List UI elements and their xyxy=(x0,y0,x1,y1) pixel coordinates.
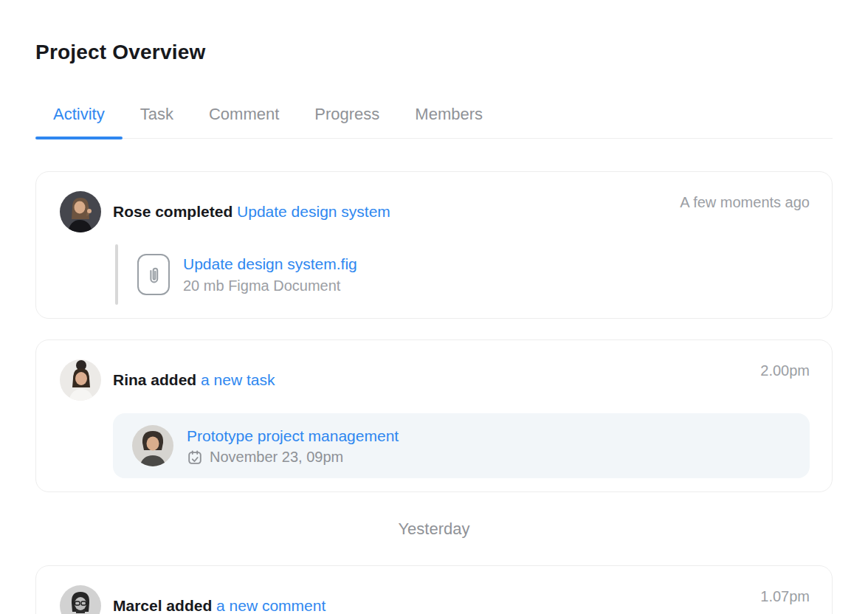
file-meta: 20 mb Figma Document xyxy=(183,275,357,296)
activity-card-header: Rose completed Update design system A fe… xyxy=(36,172,832,232)
avatar-rina-image xyxy=(60,359,101,401)
task-due-text: November 23, 09pm xyxy=(210,449,343,466)
avatar-assignee-image xyxy=(132,425,173,466)
activity-card-header: Rina added a new task 2.00pm xyxy=(36,340,832,401)
avatar-marcel[interactable] xyxy=(60,585,101,614)
avatar-rina[interactable] xyxy=(60,359,101,401)
actor-text: Rina added xyxy=(113,371,196,388)
avatar-task-assignee xyxy=(132,425,173,466)
activity-link-new-task[interactable]: a new task xyxy=(201,371,275,388)
activity-card-rina: Rina added a new task 2.00pm Prototype p… xyxy=(35,339,833,492)
task-item[interactable]: Prototype project management November 23… xyxy=(113,413,810,478)
tab-activity[interactable]: Activity xyxy=(35,103,123,138)
activity-headline: Rina added a new task xyxy=(113,371,275,389)
calendar-check-icon xyxy=(187,449,203,466)
task-due-row: November 23, 09pm xyxy=(187,449,399,466)
day-divider: Yesterday xyxy=(35,519,833,539)
avatar-rose[interactable] xyxy=(60,191,101,232)
timestamp: 2.00pm xyxy=(760,362,810,379)
avatar-marcel-image xyxy=(60,585,101,614)
main-content: Project Overview Activity Task Comment P… xyxy=(35,0,833,614)
attachment-row[interactable]: Update design system.fig 20 mb Figma Doc… xyxy=(115,244,810,318)
file-badge xyxy=(137,254,170,295)
tab-comment[interactable]: Comment xyxy=(191,103,297,138)
tab-bar: Activity Task Comment Progress Members xyxy=(35,103,833,139)
activity-headline: Rose completed Update design system xyxy=(113,203,390,221)
tab-progress[interactable]: Progress xyxy=(297,103,397,138)
project-overview-page: { "page": { "title": "Project Overview" … xyxy=(0,0,868,614)
task-info: Prototype project management November 23… xyxy=(187,426,399,466)
timestamp: 1.07pm xyxy=(760,588,810,605)
task-title-link[interactable]: Prototype project management xyxy=(187,426,399,446)
activity-headline: Marcel added a new comment xyxy=(113,597,326,614)
paperclip-icon xyxy=(145,265,162,284)
tab-task[interactable]: Task xyxy=(123,103,191,138)
activity-card-marcel: Marcel added a new comment 1.07pm xyxy=(35,565,833,614)
page-title: Project Overview xyxy=(35,40,833,65)
actor-text: Rose completed xyxy=(113,203,232,220)
thread-bar xyxy=(115,244,118,305)
actor-text: Marcel added xyxy=(113,597,212,614)
file-title-link[interactable]: Update design system.fig xyxy=(183,253,357,275)
activity-card-header: Marcel added a new comment 1.07pm xyxy=(36,566,832,614)
file-info: Update design system.fig 20 mb Figma Doc… xyxy=(183,253,357,296)
activity-link-new-comment[interactable]: a new comment xyxy=(216,597,326,614)
avatar-rose-image xyxy=(60,191,101,232)
activity-link-update-design-system[interactable]: Update design system xyxy=(237,203,390,220)
activity-card-rose: Rose completed Update design system A fe… xyxy=(35,171,833,319)
tab-members[interactable]: Members xyxy=(397,103,500,138)
timestamp: A few moments ago xyxy=(680,194,810,211)
